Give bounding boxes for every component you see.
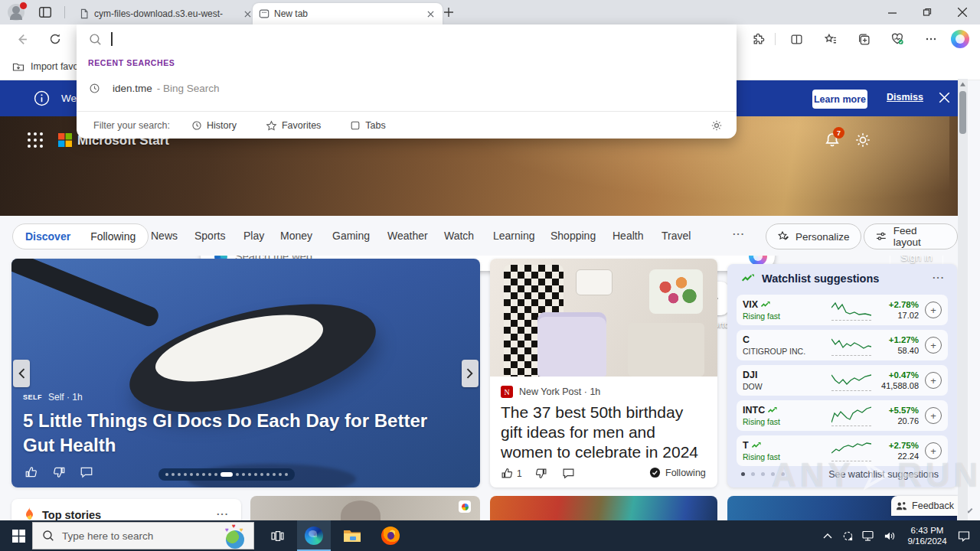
tray-ime-icon[interactable] xyxy=(838,520,858,551)
add-to-watchlist-button[interactable]: + xyxy=(925,337,942,354)
taskbar-edge-button[interactable] xyxy=(297,520,331,551)
nav-more-icon[interactable]: ··· xyxy=(733,228,745,240)
task-view-button[interactable] xyxy=(265,520,289,551)
tab-weather[interactable]: Weather xyxy=(387,230,428,242)
personalize-button[interactable]: Personalize xyxy=(766,223,861,249)
tab-news[interactable]: News xyxy=(151,230,178,242)
recent-searches-heading: RECENT SEARCHES xyxy=(88,58,175,67)
back-icon[interactable] xyxy=(11,28,32,50)
tab-gaming[interactable]: Gaming xyxy=(332,230,370,242)
filter-history[interactable]: History xyxy=(191,120,237,131)
article-card[interactable]: N New York Post · 1h The 37 best 50th bi… xyxy=(490,259,717,487)
browser-essentials-icon[interactable] xyxy=(887,28,908,50)
tab-close-icon[interactable] xyxy=(241,8,253,20)
carousel-next-button[interactable] xyxy=(462,360,479,387)
tab-watch[interactable]: Watch xyxy=(444,230,474,242)
import-favorites-label[interactable]: Import favo xyxy=(31,61,79,72)
tab-money[interactable]: Money xyxy=(280,230,312,242)
hero-article-card[interactable]: SELF Self · 1h 5 Little Things GI Docs D… xyxy=(11,259,480,487)
tab-title: New tab xyxy=(274,8,420,19)
watchlist-row-dji[interactable]: DJI DOW +0.47% 41,588.08 + xyxy=(737,365,948,396)
settings-more-icon[interactable] xyxy=(920,28,942,50)
app-launcher-grid-icon[interactable] xyxy=(26,131,44,149)
split-screen-icon[interactable] xyxy=(786,28,807,50)
scroll-up-arrow[interactable] xyxy=(960,82,965,86)
comment-button[interactable] xyxy=(80,465,93,479)
extensions-icon[interactable] xyxy=(747,28,769,50)
tab-play[interactable]: Play xyxy=(243,230,264,242)
browser-titlebar: cym-files-download.s3.eu-west- New tab xyxy=(0,0,980,24)
tab-health[interactable]: Health xyxy=(612,230,643,242)
watchlist-row-intc[interactable]: INTC Rising fast +5.57% 20.76 + xyxy=(737,400,948,431)
start-button[interactable] xyxy=(5,520,32,551)
taskbar-firefox-button[interactable] xyxy=(375,520,406,551)
comment-button[interactable] xyxy=(562,467,575,480)
tab-learning[interactable]: Learning xyxy=(493,230,535,242)
watchlist-more-icon[interactable]: ··· xyxy=(933,272,945,283)
taskbar-search-box[interactable]: Type here to search ♥ ♥ ♥ xyxy=(32,522,254,549)
article-headline[interactable]: The 37 best 50th birthday gift ideas for… xyxy=(501,403,706,462)
learn-more-button[interactable]: Learn more xyxy=(812,90,867,109)
collections-icon[interactable] xyxy=(853,28,874,50)
add-to-watchlist-button[interactable]: + xyxy=(925,442,942,459)
add-to-watchlist-button[interactable]: + xyxy=(925,372,942,389)
carousel-dots[interactable] xyxy=(158,468,295,481)
address-bar-dropdown: RECENT SEARCHES iden.tme - Bing Search F… xyxy=(77,24,737,139)
filter-favorites[interactable]: Favorites xyxy=(266,120,321,132)
tab-actions-icon[interactable] xyxy=(38,5,52,19)
tab-travel[interactable]: Travel xyxy=(662,230,691,242)
dismiss-link[interactable]: Dismiss xyxy=(887,92,923,103)
article-headline[interactable]: 5 Little Things GI Docs Do Each Day for … xyxy=(23,409,452,458)
tab-download-file[interactable]: cym-files-download.s3.eu-west- xyxy=(73,3,260,24)
copilot-icon[interactable] xyxy=(951,30,969,48)
tab-shopping[interactable]: Shopping xyxy=(550,230,596,242)
tab-close-icon[interactable] xyxy=(424,8,436,20)
close-window-button[interactable] xyxy=(951,3,974,21)
tray-network-icon[interactable] xyxy=(858,520,879,551)
feed-layout-button[interactable]: Feed layout xyxy=(864,223,958,249)
page-settings-gear-icon[interactable] xyxy=(854,132,871,148)
tab-new-tab[interactable]: New tab xyxy=(253,3,443,24)
like-button[interactable] xyxy=(24,465,38,479)
restore-button[interactable] xyxy=(916,3,939,21)
scrollbar-thumb[interactable] xyxy=(959,91,966,134)
top-stories-more-icon[interactable]: ··· xyxy=(217,508,229,520)
notifications-bell-icon[interactable]: 7 xyxy=(824,132,841,148)
see-watchlist-link[interactable]: See watchlist suggestions xyxy=(828,469,939,480)
tray-show-hidden-icons[interactable] xyxy=(818,520,838,551)
watchlist-title: Watchlist suggestions xyxy=(762,272,879,285)
recent-search-item[interactable]: iden.tme - Bing Search xyxy=(77,72,737,104)
like-button[interactable]: 1 xyxy=(501,467,522,480)
following-toggle[interactable]: Following xyxy=(649,467,706,478)
taskbar-clock[interactable]: 6:43 PM 9/16/2024 xyxy=(903,525,951,546)
feedback-button[interactable]: Feedback xyxy=(891,496,959,516)
taskbar-file-explorer-button[interactable] xyxy=(337,520,368,551)
tab-discover[interactable]: Discover xyxy=(25,230,70,243)
add-to-watchlist-button[interactable]: + xyxy=(925,407,942,424)
action-center-button[interactable] xyxy=(952,520,975,551)
tab-following[interactable]: Following xyxy=(90,230,136,243)
tray-volume-icon[interactable] xyxy=(879,520,900,551)
watchlist-row-t[interactable]: T Rising fast +2.75% 22.24 + xyxy=(737,435,948,466)
banner-close-icon[interactable] xyxy=(939,92,950,103)
omnibox-input[interactable] xyxy=(89,32,113,46)
top-stories-title: Top stories xyxy=(42,509,101,521)
carousel-prev-button[interactable] xyxy=(13,360,30,387)
add-to-watchlist-button[interactable]: + xyxy=(925,302,942,318)
dislike-button[interactable] xyxy=(52,465,66,479)
dislike-button[interactable] xyxy=(534,467,547,480)
watchlist-pagination[interactable] xyxy=(741,472,785,476)
watchlist-row-c[interactable]: C CITIGROUP INC. +1.27% 58.40 + xyxy=(737,330,948,360)
profile-avatar[interactable] xyxy=(8,4,24,21)
watchlist-row-vix[interactable]: VIX Rising fast +2.78% 17.02 + xyxy=(737,295,948,325)
page-scrollbar[interactable] xyxy=(958,79,968,520)
refresh-icon[interactable] xyxy=(44,28,66,50)
new-tab-button[interactable] xyxy=(443,6,455,18)
favorites-icon[interactable] xyxy=(819,28,841,50)
search-settings-gear-icon[interactable] xyxy=(710,119,723,132)
filter-tabs[interactable]: Tabs xyxy=(350,120,385,131)
tab-sports[interactable]: Sports xyxy=(194,230,225,242)
sparkline xyxy=(831,300,871,321)
minimize-button[interactable] xyxy=(880,3,903,21)
date: 9/16/2024 xyxy=(903,536,951,546)
